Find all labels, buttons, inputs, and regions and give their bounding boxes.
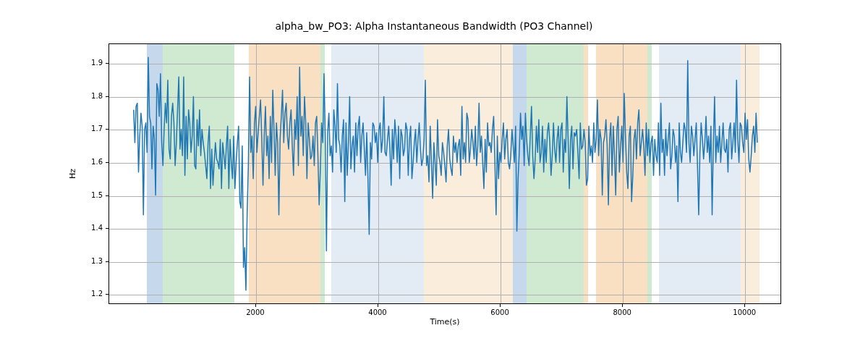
xtick-mark — [378, 304, 378, 307]
xtick-label: 4000 — [356, 308, 399, 316]
series-line — [109, 44, 780, 303]
ytick-mark — [106, 195, 109, 196]
figure: alpha_bw_PO3: Alpha Instantaneous Bandwi… — [0, 0, 868, 362]
xtick-mark — [255, 304, 256, 307]
xtick-label: 10000 — [723, 308, 766, 316]
xtick-label: 2000 — [234, 308, 277, 316]
xtick-mark — [622, 304, 623, 307]
chart-title: alpha_bw_PO3: Alpha Instantaneous Bandwi… — [0, 20, 868, 32]
xtick-mark — [744, 304, 745, 307]
ytick-label: 1.3 — [74, 257, 103, 265]
ytick-label: 1.8 — [74, 92, 103, 100]
ytick-label: 1.5 — [74, 191, 103, 199]
xtick-label: 6000 — [478, 308, 522, 316]
ytick-label: 1.7 — [74, 125, 103, 132]
ytick-label: 1.6 — [74, 158, 103, 166]
xtick-label: 8000 — [600, 308, 644, 316]
ytick-mark — [106, 63, 109, 64]
xtick-mark — [500, 304, 501, 307]
ytick-label: 1.2 — [74, 290, 103, 298]
x-axis-label: Time(s) — [109, 317, 781, 327]
ytick-mark — [106, 129, 109, 130]
y-axis-label: Hz — [68, 169, 77, 179]
ytick-label: 1.4 — [74, 224, 103, 232]
ytick-label: 1.9 — [74, 59, 103, 67]
plot-area — [109, 43, 781, 304]
ytick-mark — [106, 96, 109, 97]
ytick-mark — [106, 261, 109, 262]
ytick-mark — [106, 294, 109, 295]
ytick-mark — [106, 228, 109, 229]
ytick-mark — [106, 162, 109, 163]
